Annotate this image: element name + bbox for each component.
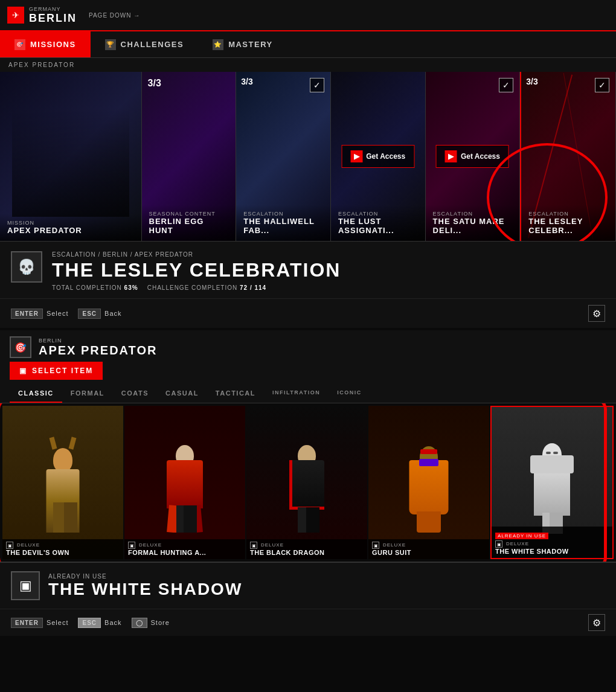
page-nav[interactable]: PAGE DOWN → — [89, 12, 140, 19]
tile-apex-predator[interactable]: MISSION APEX PREDATOR — [0, 72, 142, 241]
tile-5-get-access[interactable]: ▶ Get Access — [436, 145, 509, 168]
formal-hunting-info: ▣ DELUXE FORMAL HUNTING A... — [124, 539, 245, 559]
guru-tag: DELUXE — [383, 542, 406, 548]
already-in-use-badge: ALREADY IN USE — [495, 533, 548, 539]
category-tabs: CLASSIC FORMAL COATS CASUAL TACTICAL INF… — [0, 385, 616, 403]
costume-white-shadow[interactable]: ALREADY IN USE ▣ DELUXE THE WHITE SHADOW — [490, 406, 614, 559]
store-key: ◯ — [132, 618, 147, 628]
devils-own-art — [2, 406, 123, 533]
tab-challenges[interactable]: 🏆 CHALLENGES — [91, 31, 199, 57]
costume-grid: ▣ DELUXE THE DEVIL'S OWN — [0, 403, 616, 562]
tile-3-tag: ESCALATION — [243, 211, 323, 217]
tile-3-check: ✓ — [310, 78, 324, 92]
tile-berlin-egg-hunt[interactable]: 3/3 SEASONAL CONTENT BERLIN EGG HUNT — [142, 72, 237, 241]
get-access-arrow-2: ▶ — [445, 150, 457, 162]
tile-1-tag: MISSION — [7, 220, 134, 226]
tile-5-content: ESCALATION THE SATU MARE DELI... — [426, 205, 520, 241]
mission-details: ESCALATION / BERLIN / APEX PREDATOR THE … — [52, 251, 341, 291]
store-btn: ◯ Store — [132, 618, 170, 628]
cat-tab-formal[interactable]: FORMAL — [62, 385, 113, 403]
esc-back-btn-2: ESC Back — [78, 618, 121, 628]
cat-tab-casual[interactable]: CASUAL — [157, 385, 207, 403]
tile-1-content: MISSION APEX PREDATOR — [0, 214, 141, 241]
tile-halliwell[interactable]: ✓ 3/3 ESCALATION THE HALLIWELL FAB... — [236, 72, 331, 241]
formal-hunting-figure — [124, 406, 245, 533]
tile-6-content: ESCALATION THE LESLEY CELEBR... — [521, 205, 615, 241]
tile-2-progress: 3/3 — [148, 78, 161, 89]
tile-lesley-celebration[interactable]: ✓ 3/3 ESCALATION THE LESLEY CELEBR... — [520, 72, 616, 241]
mission-skull-icon: 💀 — [11, 251, 42, 283]
selected-mission-info: 💀 ESCALATION / BERLIN / APEX PREDATOR TH… — [0, 241, 616, 298]
tile-2-name: BERLIN EGG HUNT — [149, 217, 229, 235]
plane-icon: ✈ — [7, 7, 24, 24]
costume-black-dragon[interactable]: ▣ DELUXE THE BLACK DRAGON — [246, 406, 367, 559]
guru-name: GURU SUIT — [372, 549, 486, 557]
tile-4-content: ESCALATION THE LUST ASSIGNATI... — [331, 205, 425, 241]
deluxe-icon-3: ▣ — [250, 542, 257, 549]
guru-figure — [368, 406, 489, 533]
selected-item-icon: ▣ — [11, 571, 40, 600]
black-dragon-tag: DELUXE — [261, 542, 284, 548]
cat-tab-infiltration[interactable]: INFILTRATION — [264, 385, 329, 403]
controls-bar: ENTER Select ESC Back ⚙ — [0, 298, 616, 328]
enter-key-2: ENTER — [11, 618, 43, 628]
formal-hunting-name: FORMAL HUNTING A... — [128, 549, 242, 557]
cat-tab-tactical[interactable]: TACTICAL — [207, 385, 264, 403]
cat-tab-coats[interactable]: COATS — [113, 385, 157, 403]
section-label: APEX PREDATOR — [0, 58, 616, 72]
deluxe-icon-4: ▣ — [372, 542, 379, 549]
select-item-button[interactable]: ▣ SELECT ITEM — [10, 362, 103, 380]
selected-item-name: THE WHITE SHADOW — [48, 580, 242, 599]
deluxe-icon-5: ▣ — [495, 540, 502, 548]
cat-tab-classic[interactable]: CLASSIC — [10, 385, 62, 403]
bottom-title-group: BERLIN APEX PREDATOR — [39, 338, 157, 357]
cat-tab-iconic[interactable]: ICONIC — [329, 385, 370, 403]
bottom-header: 🎯 BERLIN APEX PREDATOR — [0, 330, 616, 362]
settings-icon-2[interactable]: ⚙ — [588, 614, 605, 631]
apex-icon: 🎯 — [10, 336, 31, 358]
selected-item-bar: ▣ ALREADY IN USE THE WHITE SHADOW — [0, 562, 616, 609]
settings-icon[interactable]: ⚙ — [588, 305, 605, 322]
mission-stats: TOTAL COMPLETION 63% CHALLENGE COMPLETIO… — [52, 284, 341, 291]
esc-key-2: ESC — [78, 618, 101, 628]
tile-2-content: SEASONAL CONTENT BERLIN EGG HUNT — [142, 205, 236, 241]
deluxe-icon-2: ▣ — [128, 542, 135, 549]
bottom-title: APEX PREDATOR — [39, 344, 157, 357]
tab-mastery[interactable]: ⭐ MASTERY — [198, 31, 287, 57]
nav-tabs: 🎯 MISSIONS 🏆 CHALLENGES ⭐ MASTERY — [0, 31, 616, 58]
tile-5-check: ✓ — [499, 78, 513, 92]
devils-own-name: THE DEVIL'S OWN — [6, 549, 120, 557]
mastery-icon: ⭐ — [213, 39, 223, 50]
guru-suit-info: ▣ DELUXE GURU SUIT — [368, 539, 489, 559]
black-dragon-name: THE BLACK DRAGON — [250, 549, 364, 557]
get-access-arrow-1: ▶ — [350, 150, 362, 162]
challenges-icon: 🏆 — [105, 39, 116, 50]
tile-5-tag: ESCALATION — [433, 211, 513, 217]
bottom-controls: ENTER Select ESC Back ◯ Store ⚙ — [0, 609, 616, 636]
esc-back-ctrl: ESC Back — [78, 309, 121, 319]
costume-guru-suit[interactable]: ▣ DELUXE GURU SUIT — [368, 406, 489, 559]
enter-key: ENTER — [11, 309, 43, 319]
costume-devils-own[interactable]: ▣ DELUXE THE DEVIL'S OWN — [2, 406, 123, 559]
missions-icon: 🎯 — [14, 39, 25, 50]
black-dragon-info: ▣ DELUXE THE BLACK DRAGON — [246, 539, 367, 559]
costume-formal-hunting[interactable]: ▣ DELUXE FORMAL HUNTING A... — [124, 406, 245, 559]
devils-own-tag: DELUXE — [17, 542, 40, 548]
devils-own-info: ▣ DELUXE THE DEVIL'S OWN — [2, 539, 123, 559]
tile-satu-mare[interactable]: ▶ Get Access ✓ ESCALATION THE SATU MARE … — [426, 72, 521, 241]
tile-1-name: APEX PREDATOR — [7, 226, 134, 235]
tile-4-get-access[interactable]: ▶ Get Access — [341, 145, 414, 168]
tile-lust-assignati[interactable]: ▶ Get Access ESCALATION THE LUST ASSIGNA… — [331, 72, 426, 241]
tile-6-check: ✓ — [595, 78, 609, 92]
location-text: GERMANY BERLIN — [29, 6, 77, 25]
enter-select-ctrl: ENTER Select — [11, 309, 68, 319]
tile-6-name: THE LESLEY CELEBR... — [528, 217, 608, 235]
formal-hunting-art — [124, 406, 245, 533]
tile-4-name: THE LUST ASSIGNATI... — [338, 217, 418, 235]
esc-key: ESC — [78, 309, 101, 319]
selected-item-tag: ALREADY IN USE — [48, 573, 242, 580]
deluxe-icon-1: ▣ — [6, 542, 13, 549]
tile-2-tag: SEASONAL CONTENT — [149, 211, 229, 217]
black-dragon-art — [246, 406, 367, 533]
tab-missions[interactable]: 🎯 MISSIONS — [0, 31, 91, 57]
